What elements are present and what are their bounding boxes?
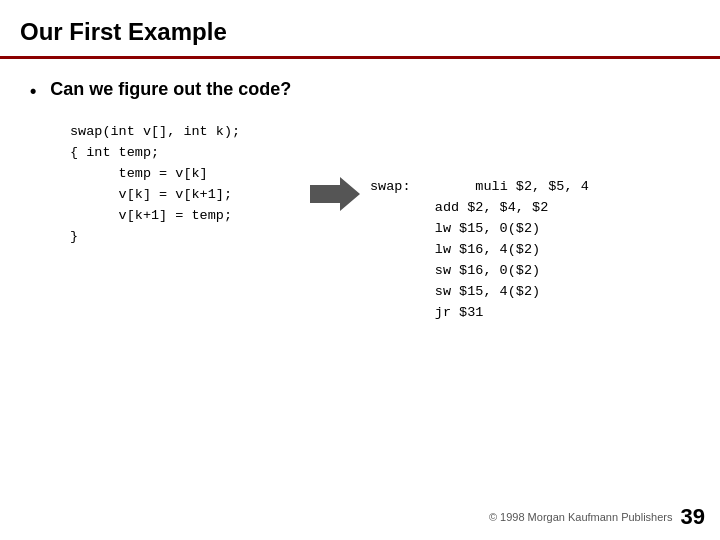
c-code-block: swap(int v[], int k); { int temp; temp =… (70, 122, 300, 248)
bullet-point: • Can we figure out the code? (30, 79, 690, 102)
slide-container: Our First Example • Can we figure out th… (0, 0, 720, 540)
bullet-text: Can we figure out the code? (50, 79, 291, 100)
asm-code-block: swap: muli $2, $5, 4 add $2, $4, $2 lw $… (370, 122, 589, 323)
arrow-icon (310, 177, 360, 211)
content-area: • Can we figure out the code? swap(int v… (0, 59, 720, 343)
page-number: 39 (681, 504, 705, 530)
asm-instructions: muli $2, $5, 4 add $2, $4, $2 lw $15, 0(… (370, 179, 589, 320)
slide-title: Our First Example (20, 18, 227, 45)
copyright-text: © 1998 Morgan Kaufmann Publishers (489, 511, 673, 523)
title-bar: Our First Example (0, 0, 720, 59)
arrow-container (310, 122, 360, 211)
code-section: swap(int v[], int k); { int temp; temp =… (70, 122, 690, 323)
svg-marker-0 (310, 177, 360, 211)
bullet-dot: • (30, 81, 36, 102)
asm-label: swap: (370, 179, 411, 194)
footer: © 1998 Morgan Kaufmann Publishers 39 (489, 504, 705, 530)
